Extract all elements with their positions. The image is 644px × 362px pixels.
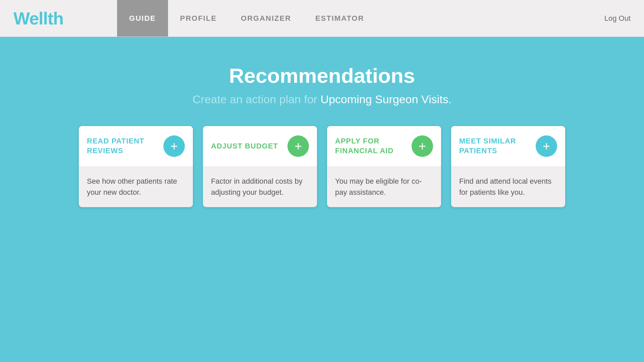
card-description-1: See how other patients rate your new doc… <box>87 176 185 198</box>
cards-container: READ PATIENT REVIEWS + See how other pat… <box>65 126 579 207</box>
card-add-button-2[interactable]: + <box>287 135 309 157</box>
nav-item-profile[interactable]: PROFILE <box>168 0 229 37</box>
card-apply-financial-aid[interactable]: APPLY FOR FINANCIAL AID + You may be eli… <box>327 126 441 207</box>
card-description-2: Factor in additional costs by adjusting … <box>211 176 309 198</box>
logo: Wellth <box>13 8 63 28</box>
nav-item-organizer[interactable]: ORGANIZER <box>229 0 303 37</box>
page-subtitle: Create an action plan for Upcoming Surge… <box>193 93 451 106</box>
card-meet-similar-patients[interactable]: MEET SIMILAR PATIENTS + Find and attend … <box>451 126 565 207</box>
header: Wellth GUIDE PROFILE ORGANIZER ESTIMATOR… <box>0 0 644 37</box>
card-header-1: READ PATIENT REVIEWS + <box>79 126 193 166</box>
page-title: Recommendations <box>229 64 415 87</box>
subtitle-prefix: Create an action plan for <box>193 93 321 106</box>
card-add-button-3[interactable]: + <box>412 135 433 157</box>
card-add-button-4[interactable]: + <box>536 135 557 157</box>
card-add-button-1[interactable]: + <box>163 135 185 157</box>
subtitle-highlight: Upcoming Surgeon Visits. <box>321 93 452 106</box>
nav: GUIDE PROFILE ORGANIZER ESTIMATOR <box>117 0 376 37</box>
card-body-4: Find and attend local events for patient… <box>451 166 565 207</box>
card-body-1: See how other patients rate your new doc… <box>79 166 193 207</box>
card-header-3: APPLY FOR FINANCIAL AID + <box>327 126 441 166</box>
card-body-3: You may be eligible for co-pay assistanc… <box>327 166 441 207</box>
logout-button[interactable]: Log Out <box>604 14 631 23</box>
card-body-2: Factor in additional costs by adjusting … <box>203 166 317 207</box>
card-title-4: MEET SIMILAR PATIENTS <box>459 136 536 156</box>
card-header-2: ADJUST BUDGET + <box>203 126 317 166</box>
card-title-1: READ PATIENT REVIEWS <box>87 136 163 156</box>
card-description-4: Find and attend local events for patient… <box>459 176 557 198</box>
card-description-3: You may be eligible for co-pay assistanc… <box>335 176 433 198</box>
card-header-4: MEET SIMILAR PATIENTS + <box>451 126 565 166</box>
nav-item-guide[interactable]: GUIDE <box>117 0 168 37</box>
card-adjust-budget[interactable]: ADJUST BUDGET + Factor in additional cos… <box>203 126 317 207</box>
main-content: Recommendations Create an action plan fo… <box>0 37 644 362</box>
nav-item-estimator[interactable]: ESTIMATOR <box>303 0 376 37</box>
card-read-patient-reviews[interactable]: READ PATIENT REVIEWS + See how other pat… <box>79 126 193 207</box>
card-title-2: ADJUST BUDGET <box>211 141 278 151</box>
card-title-3: APPLY FOR FINANCIAL AID <box>335 136 412 156</box>
